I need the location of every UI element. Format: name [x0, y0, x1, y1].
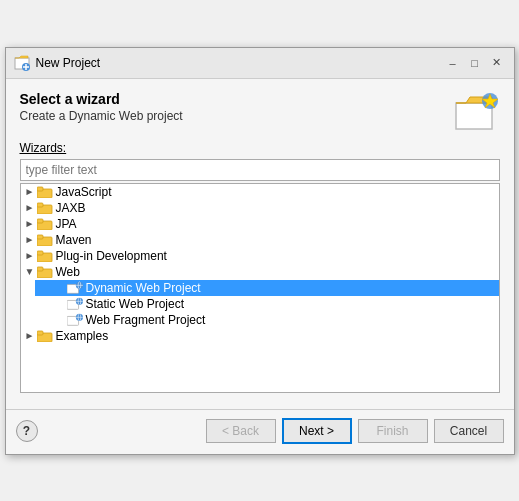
title-bar-left: New Project — [14, 55, 101, 71]
expand-arrow: ► — [23, 202, 37, 213]
wizard-icon — [452, 91, 500, 131]
folder-icon — [37, 265, 53, 279]
svg-rect-16 — [37, 235, 43, 239]
header-subtitle: Create a Dynamic Web project — [20, 109, 183, 123]
list-item[interactable]: ▼ Web — [21, 264, 499, 280]
folder-icon — [37, 249, 53, 263]
close-button[interactable]: ✕ — [488, 54, 506, 72]
svg-rect-34 — [37, 331, 43, 335]
title-bar: New Project – □ ✕ — [6, 48, 514, 79]
item-label: Plug-in Development — [56, 249, 167, 263]
header-left: Select a wizard Create a Dynamic Web pro… — [20, 91, 183, 123]
svg-rect-12 — [37, 203, 43, 207]
list-item[interactable]: ► JavaScript — [21, 184, 499, 200]
folder-icon — [37, 233, 53, 247]
svg-rect-14 — [37, 219, 43, 223]
svg-rect-20 — [37, 267, 43, 271]
help-button[interactable]: ? — [16, 420, 38, 442]
folder-icon — [37, 201, 53, 215]
title-text: New Project — [36, 56, 101, 70]
cancel-button[interactable]: Cancel — [434, 419, 504, 443]
item-label: JPA — [56, 217, 77, 231]
filter-input[interactable] — [20, 159, 500, 181]
folder-icon — [37, 185, 53, 199]
web-project-icon — [67, 297, 83, 311]
list-item[interactable]: ► Maven — [21, 232, 499, 248]
dialog-content: Select a wizard Create a Dynamic Web pro… — [6, 79, 514, 401]
next-button[interactable]: Next > — [282, 418, 352, 444]
wizards-label: Wizards: — [20, 141, 500, 155]
item-label: Static Web Project — [86, 297, 184, 311]
list-item[interactable]: ► Examples — [21, 328, 499, 344]
item-label: Dynamic Web Project — [86, 281, 201, 295]
svg-rect-10 — [37, 187, 43, 191]
item-label: Web — [56, 265, 80, 279]
item-label: Maven — [56, 233, 92, 247]
title-controls: – □ ✕ — [444, 54, 506, 72]
item-label: Examples — [56, 329, 109, 343]
wizard-tree[interactable]: ► JavaScript ► JAXB — [20, 183, 500, 393]
item-label: JavaScript — [56, 185, 112, 199]
folder-icon — [37, 329, 53, 343]
minimize-button[interactable]: – — [444, 54, 462, 72]
button-bar: ? < Back Next > Finish Cancel — [6, 410, 514, 454]
list-item[interactable]: ► JPA — [21, 216, 499, 232]
back-button[interactable]: < Back — [206, 419, 276, 443]
list-item[interactable]: Web Fragment Project — [35, 312, 499, 328]
item-label: Web Fragment Project — [86, 313, 206, 327]
expand-arrow: ▼ — [23, 266, 37, 277]
expand-arrow: ► — [23, 218, 37, 229]
expand-arrow: ► — [23, 250, 37, 261]
svg-rect-18 — [37, 251, 43, 255]
expand-arrow: ► — [23, 330, 37, 341]
maximize-button[interactable]: □ — [466, 54, 484, 72]
list-item[interactable]: ► Plug-in Development — [21, 248, 499, 264]
list-item[interactable]: Static Web Project — [35, 296, 499, 312]
web-project-icon — [67, 281, 83, 295]
new-project-icon — [14, 55, 30, 71]
item-label: JAXB — [56, 201, 86, 215]
finish-button[interactable]: Finish — [358, 419, 428, 443]
list-item[interactable]: Dynamic Web Project — [35, 280, 499, 296]
expand-arrow: ► — [23, 234, 37, 245]
header-section: Select a wizard Create a Dynamic Web pro… — [20, 91, 500, 131]
expand-arrow: ► — [23, 186, 37, 197]
header-title: Select a wizard — [20, 91, 183, 107]
folder-icon — [37, 217, 53, 231]
list-item[interactable]: ► JAXB — [21, 200, 499, 216]
web-project-icon — [67, 313, 83, 327]
new-project-dialog: New Project – □ ✕ Select a wizard Create… — [5, 47, 515, 455]
